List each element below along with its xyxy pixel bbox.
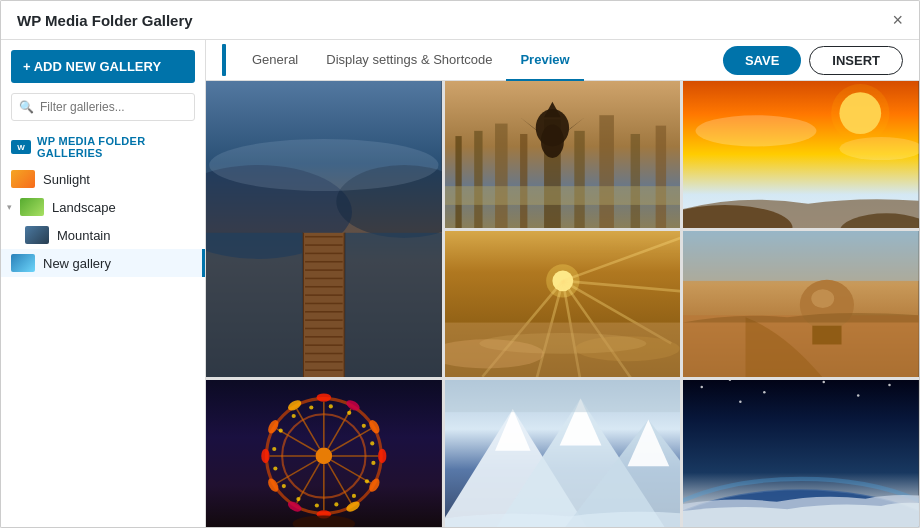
svg-rect-14 bbox=[305, 294, 343, 296]
svg-point-88 bbox=[272, 447, 276, 451]
thumb-landscape bbox=[20, 198, 44, 216]
svg-rect-19 bbox=[305, 336, 343, 338]
svg-rect-15 bbox=[305, 303, 343, 305]
svg-point-83 bbox=[334, 503, 338, 507]
svg-point-44 bbox=[541, 125, 564, 158]
svg-rect-116 bbox=[813, 325, 842, 344]
main-content: General Display settings & Shortcode Pre… bbox=[206, 40, 919, 527]
svg-rect-18 bbox=[305, 328, 343, 330]
svg-point-81 bbox=[365, 480, 369, 484]
svg-point-136 bbox=[739, 401, 742, 404]
modal-window: WP Media Folder Gallery × + ADD NEW GALL… bbox=[0, 0, 920, 528]
svg-rect-10 bbox=[305, 261, 343, 263]
svg-rect-11 bbox=[305, 269, 343, 271]
svg-rect-30 bbox=[455, 136, 461, 228]
svg-rect-7 bbox=[305, 236, 343, 238]
gallery-list-title: WP MEDIA FOLDER GALLERIES bbox=[37, 135, 195, 159]
add-gallery-button[interactable]: + ADD NEW GALLERY bbox=[11, 50, 195, 83]
svg-rect-35 bbox=[574, 131, 584, 228]
svg-point-87 bbox=[273, 467, 277, 471]
tab-display-settings[interactable]: Display settings & Shortcode bbox=[312, 40, 506, 81]
svg-rect-17 bbox=[305, 319, 343, 321]
gallery-image-boulder bbox=[683, 231, 919, 378]
save-button[interactable]: SAVE bbox=[723, 46, 801, 75]
insert-button[interactable]: INSERT bbox=[809, 46, 903, 75]
svg-point-3 bbox=[209, 139, 438, 191]
gallery-image-sunburst bbox=[445, 231, 681, 378]
close-button[interactable]: × bbox=[892, 11, 903, 29]
svg-point-48 bbox=[696, 115, 817, 146]
svg-point-132 bbox=[823, 381, 826, 384]
gallery-list-header: W WP MEDIA FOLDER GALLERIES bbox=[1, 129, 205, 165]
svg-point-75 bbox=[317, 394, 332, 402]
svg-rect-16 bbox=[305, 311, 343, 313]
tab-accent bbox=[222, 44, 226, 76]
search-input[interactable] bbox=[11, 93, 195, 121]
svg-point-55 bbox=[315, 448, 332, 465]
svg-point-69 bbox=[261, 449, 269, 464]
svg-point-91 bbox=[309, 406, 313, 410]
svg-point-90 bbox=[292, 414, 296, 418]
svg-rect-37 bbox=[630, 134, 639, 228]
svg-point-133 bbox=[857, 395, 860, 398]
svg-point-95 bbox=[370, 442, 374, 446]
modal-header: WP Media Folder Gallery × bbox=[1, 1, 919, 40]
svg-point-57 bbox=[378, 449, 386, 464]
svg-point-92 bbox=[329, 405, 333, 409]
thumb-mountain bbox=[25, 226, 49, 244]
sidebar-item-landscape[interactable]: ▾ Landscape bbox=[1, 193, 205, 221]
search-icon: 🔍 bbox=[19, 100, 34, 114]
sidebar-item-mountain[interactable]: Mountain bbox=[1, 221, 205, 249]
svg-point-94 bbox=[362, 424, 366, 428]
svg-point-110 bbox=[479, 333, 646, 354]
modal-body: + ADD NEW GALLERY 🔍 W WP MEDIA FOLDER GA… bbox=[1, 40, 919, 527]
svg-rect-21 bbox=[305, 353, 343, 355]
gallery-image-pier bbox=[206, 81, 442, 377]
search-box: 🔍 bbox=[11, 93, 195, 121]
svg-point-84 bbox=[315, 504, 319, 508]
svg-point-93 bbox=[347, 411, 351, 415]
gallery-label-landscape: Landscape bbox=[52, 200, 116, 215]
svg-rect-9 bbox=[305, 253, 343, 255]
svg-point-80 bbox=[371, 461, 375, 465]
thumb-sunlight bbox=[11, 170, 35, 188]
svg-rect-28 bbox=[345, 233, 442, 378]
gallery-image-gargoyle bbox=[445, 81, 681, 228]
svg-rect-112 bbox=[683, 231, 919, 281]
svg-point-86 bbox=[282, 484, 286, 488]
svg-rect-23 bbox=[305, 369, 343, 371]
svg-rect-31 bbox=[474, 131, 482, 228]
svg-point-131 bbox=[763, 391, 766, 394]
svg-point-129 bbox=[701, 386, 704, 389]
svg-rect-39 bbox=[445, 186, 681, 205]
tab-general[interactable]: General bbox=[238, 40, 312, 81]
svg-rect-12 bbox=[305, 278, 343, 280]
wp-icon: W bbox=[11, 140, 31, 154]
svg-rect-22 bbox=[305, 361, 343, 363]
svg-point-134 bbox=[889, 384, 892, 387]
tab-preview[interactable]: Preview bbox=[506, 40, 583, 81]
gallery-grid bbox=[206, 81, 919, 527]
modal-title: WP Media Folder Gallery bbox=[17, 12, 193, 29]
thumb-newgallery bbox=[11, 254, 35, 272]
svg-point-89 bbox=[279, 429, 283, 433]
sidebar-item-new-gallery[interactable]: New gallery bbox=[1, 249, 205, 277]
gallery-label-new-gallery: New gallery bbox=[43, 256, 111, 271]
svg-point-47 bbox=[831, 84, 889, 142]
svg-rect-4 bbox=[303, 233, 345, 378]
sidebar-item-sunlight[interactable]: Sunlight bbox=[1, 165, 205, 193]
svg-rect-36 bbox=[599, 115, 614, 227]
svg-rect-20 bbox=[305, 344, 343, 346]
gallery-label-mountain: Mountain bbox=[57, 228, 110, 243]
svg-rect-13 bbox=[305, 286, 343, 288]
svg-rect-27 bbox=[206, 233, 303, 378]
gallery-image-carnival bbox=[206, 380, 442, 527]
gallery-image-earth bbox=[683, 380, 919, 527]
svg-rect-124 bbox=[445, 380, 681, 412]
svg-rect-33 bbox=[520, 134, 527, 228]
svg-point-82 bbox=[352, 494, 356, 498]
gallery-image-sunset bbox=[683, 81, 919, 228]
sidebar: + ADD NEW GALLERY 🔍 W WP MEDIA FOLDER GA… bbox=[1, 40, 206, 527]
gallery-label-sunlight: Sunlight bbox=[43, 172, 90, 187]
svg-rect-38 bbox=[655, 126, 665, 228]
